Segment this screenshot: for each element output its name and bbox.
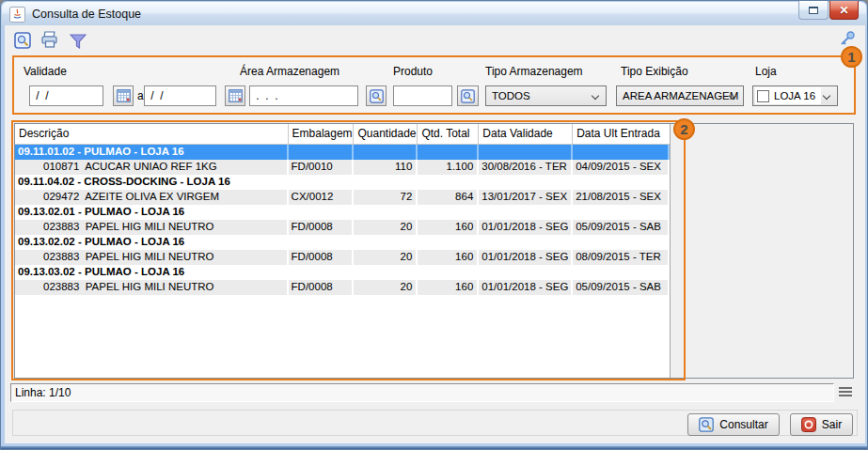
- table-cell: [573, 235, 670, 250]
- title-bar: Consulta de Estoque: [2, 2, 866, 25]
- print-icon[interactable]: [40, 30, 59, 49]
- table-cell: 023883 PAPEL HIG MILI NEUTRO: [15, 220, 289, 235]
- table-cell: CX/0012: [289, 190, 355, 205]
- table-cell: [289, 145, 355, 160]
- column-header-qtd-total[interactable]: Qtd. Total: [418, 124, 479, 145]
- search-preview-icon[interactable]: [13, 31, 32, 50]
- magnifier-icon: [461, 89, 475, 103]
- loja-checkbox[interactable]: [757, 90, 769, 102]
- table-group-row[interactable]: 09.13.02.02 - PULMAO - LOJA 16: [15, 235, 670, 250]
- table-cell: 01/01/2018 - SEG: [479, 250, 573, 265]
- table-cell: [418, 235, 479, 250]
- table-group-row[interactable]: 09.13.03.02 - PULMAO - LOJA 16: [15, 265, 670, 280]
- key-icon[interactable]: [838, 29, 857, 48]
- resize-grip-icon[interactable]: [839, 387, 852, 398]
- tipo-exibicao-label: Tipo Exibição: [621, 65, 688, 78]
- area-search-button[interactable]: [366, 85, 387, 106]
- table-cell: [479, 145, 573, 160]
- tipo-armazenagem-select[interactable]: TODOS: [485, 85, 607, 106]
- column-header-quantidade[interactable]: Quantidade: [354, 124, 418, 145]
- footer-panel: Consultar Sair: [12, 410, 858, 436]
- table-cell: 023883 PAPEL HIG MILI NEUTRO: [15, 250, 289, 265]
- table-cell: [289, 235, 355, 250]
- tipo-exibicao-value: AREA ARMAZENAGEM: [623, 90, 738, 101]
- table-cell: 72: [354, 190, 418, 205]
- validade-to-input[interactable]: [144, 85, 216, 106]
- results-scrollpane: Descrição Embalagem Quantidade Qtd. Tota…: [14, 123, 854, 379]
- table-cell: [354, 235, 418, 250]
- table-cell: 05/09/2015 - SAB: [573, 280, 670, 295]
- produto-search-button[interactable]: [457, 85, 479, 106]
- table-cell: [354, 205, 418, 220]
- table-cell: 09.13.03.02 - PULMAO - LOJA 16: [15, 265, 289, 280]
- table-cell: [479, 205, 573, 220]
- table-cell: 864: [418, 190, 479, 205]
- table-item-row[interactable]: 010871 ACUCAR UNIAO REF 1KGFD/00101101.1…: [15, 160, 670, 175]
- table-cell: 09.13.02.02 - PULMAO - LOJA 16: [15, 235, 289, 250]
- table-item-row[interactable]: 023883 PAPEL HIG MILI NEUTROFD/000820160…: [15, 250, 670, 265]
- consultar-label: Consultar: [719, 418, 767, 431]
- consultar-button[interactable]: Consultar: [687, 413, 780, 436]
- close-button[interactable]: ✕: [829, 1, 859, 20]
- column-header-data-ult-entrada[interactable]: Data Ult Entrada: [573, 124, 670, 145]
- produto-input[interactable]: [393, 85, 452, 106]
- table-cell: 20: [354, 280, 418, 295]
- area-armazenagem-label: Área Armazenagem: [240, 65, 339, 78]
- table-cell: 1.100: [418, 160, 479, 175]
- table-group-row[interactable]: 09.11.04.02 - CROSS-DOCKING - LOJA 16: [15, 175, 670, 190]
- calendar-from-button[interactable]: [113, 85, 134, 106]
- table-cell: [479, 175, 573, 190]
- loja-label: Loja: [755, 65, 777, 78]
- table-cell: 08/09/2015 - TER: [573, 250, 670, 265]
- tipo-armazenagem-label: Tipo Armazenagem: [485, 65, 583, 78]
- maximize-button[interactable]: [798, 1, 829, 20]
- table-cell: [289, 175, 355, 190]
- area-armazenagem-input[interactable]: [249, 85, 358, 106]
- table-cell: [479, 265, 573, 280]
- table-cell: 05/09/2015 - SAB: [573, 220, 670, 235]
- tipo-exibicao-select[interactable]: AREA ARMAZENAGEM: [616, 85, 744, 106]
- chevron-down-icon: [592, 92, 599, 100]
- sair-power-icon: [801, 417, 816, 432]
- table-item-row[interactable]: 023883 PAPEL HIG MILI NEUTROFD/000820160…: [15, 280, 670, 295]
- table-cell: 160: [418, 250, 479, 265]
- results-table: Descrição Embalagem Quantidade Qtd. Tota…: [15, 124, 671, 378]
- filter-icon[interactable]: [69, 32, 87, 51]
- sair-button[interactable]: Sair: [790, 413, 853, 436]
- column-header-descricao[interactable]: Descrição: [15, 124, 289, 145]
- table-cell: [354, 145, 418, 160]
- consultar-magnifier-icon: [699, 417, 714, 432]
- window-title: Consulta de Estoque: [32, 8, 141, 21]
- table-cell: [573, 145, 670, 160]
- table-group-row[interactable]: 09.13.02.01 - PULMAO - LOJA 16: [15, 205, 670, 220]
- table-item-row[interactable]: 023883 PAPEL HIG MILI NEUTROFD/000820160…: [15, 220, 670, 235]
- table-cell: FD/0008: [289, 280, 355, 295]
- produto-label: Produto: [393, 65, 433, 78]
- column-header-data-validade[interactable]: Data Validade: [479, 124, 573, 145]
- table-cell: 09.11.01.02 - PULMAO - LOJA 16: [15, 145, 289, 160]
- status-bar: Linha: 1/10: [10, 383, 834, 402]
- table-cell: FD/0010: [289, 160, 355, 175]
- column-header-embalagem[interactable]: Embalagem: [289, 124, 355, 145]
- table-cell: 20: [354, 220, 418, 235]
- calendar-icon: [229, 89, 243, 102]
- chevron-down-icon: [823, 92, 830, 100]
- validade-from-input[interactable]: [29, 85, 103, 106]
- table-cell: 160: [418, 220, 479, 235]
- calendar-to-button[interactable]: [225, 85, 245, 106]
- table-cell: 13/01/2017 - SEX: [479, 190, 573, 205]
- annotation-badge-2: 2: [673, 118, 695, 140]
- table-cell: 110: [354, 160, 418, 175]
- table-group-row[interactable]: 09.11.01.02 - PULMAO - LOJA 16: [15, 145, 670, 160]
- java-app-icon: [9, 7, 25, 23]
- table-cell: [418, 205, 479, 220]
- table-item-row[interactable]: 029472 AZEITE OLIVA EX VIRGEMCX/00127286…: [15, 190, 670, 205]
- table-cell: 04/09/2015 - SEX: [573, 160, 670, 175]
- table-cell: FD/0008: [289, 220, 355, 235]
- table-cell: 21/08/2015 - SEX: [573, 190, 670, 205]
- table-cell: 09.11.04.02 - CROSS-DOCKING - LOJA 16: [15, 175, 289, 190]
- filter-panel: Validade Área Armazenagem Produto Tipo A…: [12, 55, 856, 115]
- table-header-row: Descrição Embalagem Quantidade Qtd. Tota…: [15, 124, 670, 145]
- loja-select[interactable]: LOJA 16: [752, 85, 838, 106]
- magnifier-icon: [370, 89, 384, 103]
